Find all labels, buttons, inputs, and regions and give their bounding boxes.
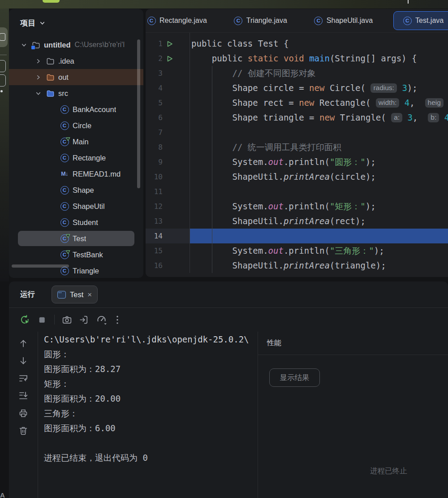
tree-item-Student[interactable]: CStudent [9, 214, 143, 230]
line-number: 4 [146, 84, 163, 92]
tab-label: Rectangle.java [159, 17, 207, 25]
line-number: 12 [146, 202, 163, 211]
rerun-icon[interactable] [19, 314, 30, 325]
code-line-4[interactable]: 4 Shape circle = new Circle( radius: 3); [146, 81, 448, 95]
line-number: 7 [146, 128, 163, 137]
run-line-icon[interactable] [166, 55, 173, 62]
class-icon: C [60, 218, 69, 227]
scroll-down-icon[interactable] [18, 355, 29, 366]
code-text: ShapeUtil.printArea(rect); [190, 214, 448, 229]
run-tool-window: 运行 Test × [9, 281, 448, 498]
code-line-5[interactable]: 5 Shape rect = new Rectangle( width: 4, … [146, 95, 448, 110]
code-line-11[interactable]: 11 [146, 184, 448, 199]
console-line: 图形面积为：6.00 [44, 421, 264, 436]
scroll-up-icon[interactable] [18, 338, 29, 349]
console-output[interactable]: C:\Users\b're'ri'l\.jdks\openjdk-25.0.2\… [38, 332, 264, 498]
code-line-14[interactable]: 14 [146, 229, 448, 243]
code-line-2[interactable]: 2 public static void main(String[] args)… [146, 51, 448, 66]
close-icon[interactable]: × [87, 291, 92, 299]
tree-item-Shape[interactable]: CShape [9, 182, 143, 198]
console-line: 进程已结束，退出代码为 0 [44, 450, 264, 465]
console-line: 图形面积为：20.00 [44, 391, 264, 406]
line-number: 9 [146, 158, 163, 166]
class-icon: C [60, 121, 69, 130]
screenshot-icon[interactable] [61, 314, 73, 325]
tree-item-.idea[interactable]: .idea [9, 53, 143, 69]
code-text: System.out.println("三角形："); [190, 243, 448, 258]
code-text: public static void main(String[] args) { [190, 51, 448, 66]
project-stripe-button[interactable] [0, 27, 8, 47]
attach-debugger-icon[interactable] [78, 314, 90, 325]
class-icon: C [60, 186, 69, 195]
tab-label: ShapeUtil.java [327, 17, 373, 25]
markdown-icon: M↓ [61, 171, 68, 177]
gutter-slot[interactable] [163, 40, 190, 48]
more-icon[interactable] [113, 314, 121, 325]
code-text: public class Test { [190, 36, 448, 51]
profiler-icon[interactable] [95, 314, 108, 326]
tree-item-out[interactable]: out [9, 69, 143, 85]
code-line-9[interactable]: 9 System.out.println("圆形："); [146, 155, 448, 169]
tab-label: Test.java [415, 17, 444, 25]
toolbar-green-accent [43, 0, 60, 3]
chevron-right-icon [35, 74, 42, 81]
tree-item-Circle[interactable]: CCircle [9, 117, 143, 134]
line-number: 16 [146, 261, 163, 270]
editor-tab-Triangle.java[interactable]: CTriangle.java [220, 11, 301, 30]
line-number: 2 [146, 54, 163, 63]
code-line-16[interactable]: 16 ShapeUtil.printArea(triangle); [146, 258, 448, 273]
code-line-15[interactable]: 15 System.out.println("三角形："); [146, 243, 448, 258]
chevron-down-icon [39, 20, 46, 26]
run-toolbar [9, 308, 448, 331]
left-tool-stripe [0, 9, 9, 281]
code-line-7[interactable]: 7 [146, 125, 448, 140]
tree-item-label: Circle [73, 121, 91, 130]
commit-stripe-button[interactable] [0, 60, 6, 72]
project-horizontal-scrollbar[interactable] [12, 264, 69, 268]
code-text [190, 184, 448, 199]
tree-item-Rectangle[interactable]: CRectangle [9, 150, 143, 166]
console-line: 三角形： [44, 406, 264, 421]
tree-item-label: untitled [44, 41, 71, 49]
editor-area: CRectangle.javaCTriangle.javaCShapeUtil.… [146, 9, 448, 277]
editor-tab-Test.java[interactable]: CTest.java [393, 11, 448, 30]
clear-icon[interactable] [18, 425, 29, 436]
tree-item-label: Triangle [73, 267, 99, 275]
code-line-1[interactable]: 1 public class Test { [146, 36, 448, 51]
class-icon: C [314, 16, 323, 25]
tree-item-TestBank[interactable]: C TestBank [9, 247, 143, 263]
structure-stripe-button[interactable] [0, 74, 6, 87]
code-line-3[interactable]: 3 // 创建不同图形对象 [146, 66, 448, 81]
tree-item-REMEAD1.md[interactable]: M↓REMEAD1.md [9, 166, 143, 182]
code-line-8[interactable]: 8 // 统一调用工具类打印面积 [146, 140, 448, 155]
stop-icon[interactable] [36, 314, 47, 325]
code-text: // 创建不同图形对象 [190, 66, 448, 81]
code-text: System.out.println("矩形："); [190, 199, 448, 214]
code-line-13[interactable]: 13 ShapeUtil.printArea(rect); [146, 214, 448, 229]
tree-item-Main[interactable]: C Main [9, 134, 143, 150]
runnable-class-icon: C [60, 137, 69, 146]
tree-item-Test[interactable]: C Test [9, 230, 143, 247]
code-line-10[interactable]: 10 ShapeUtil.printArea(circle); [146, 169, 448, 184]
project-header[interactable]: 项目 [9, 9, 143, 37]
tree-item-untitled[interactable]: untitledC:\Users\b're'ri'l [9, 37, 143, 53]
folder-icon [0, 33, 5, 41]
editor-tab-ShapeUtil.java[interactable]: CShapeUtil.java [301, 11, 386, 30]
run-tab-test[interactable]: Test × [52, 286, 98, 303]
run-line-icon[interactable] [166, 40, 173, 48]
code-line-6[interactable]: 6 Shape triangle = new Triangle( a: 3, b… [146, 110, 448, 125]
print-icon[interactable] [18, 408, 29, 419]
project-vertical-scrollbar[interactable] [137, 39, 140, 188]
code-line-12[interactable]: 12 System.out.println("矩形："); [146, 199, 448, 214]
line-number: 3 [146, 69, 163, 78]
soft-wrap-icon[interactable] [18, 373, 29, 384]
show-results-button[interactable]: 显示结果 [269, 368, 320, 387]
editor-code[interactable]: 1 public class Test {2 public static voi… [146, 33, 448, 273]
tree-item-src[interactable]: src [9, 85, 143, 101]
editor-tab-Rectangle.java[interactable]: CRectangle.java [146, 11, 220, 30]
scroll-to-end-icon[interactable] [18, 390, 29, 401]
tree-item-label: out [58, 73, 69, 82]
gutter-slot[interactable] [163, 55, 190, 62]
tree-item-ShapeUtil[interactable]: CShapeUtil [9, 198, 143, 214]
tree-item-BankAccount[interactable]: CBankAccount [9, 101, 143, 117]
